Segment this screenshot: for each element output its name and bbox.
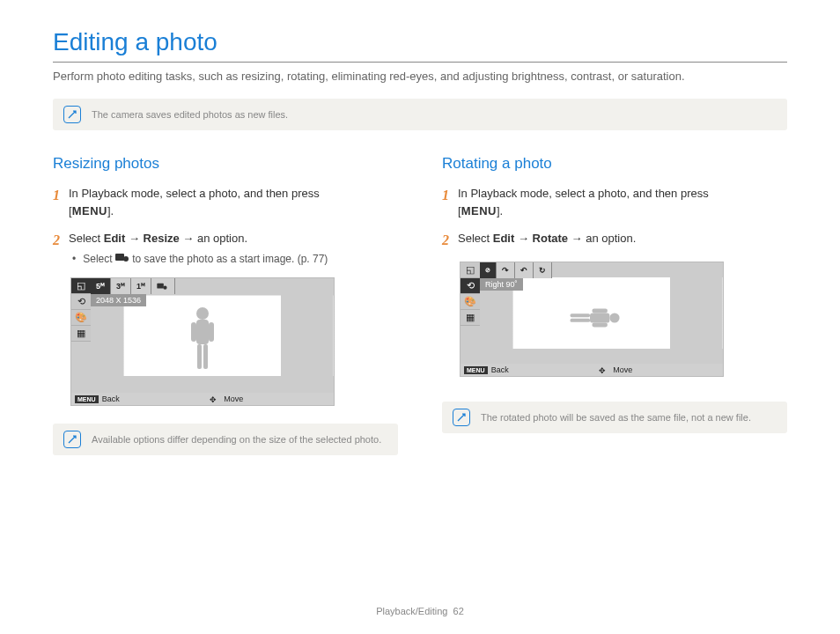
resolution-label: 2048 X 1536 — [91, 294, 146, 306]
step-number: 2 — [53, 230, 60, 267]
back-label: Back — [491, 365, 509, 374]
start-image-icon — [115, 251, 129, 267]
step-number: 1 — [53, 185, 60, 219]
svg-rect-11 — [590, 313, 609, 323]
opt-5m: 5ᴹ — [91, 278, 111, 294]
step-number: 1 — [442, 185, 449, 219]
resize-icon: ◱ — [461, 262, 480, 278]
title-rule — [53, 62, 787, 63]
right-step-2: 2 Select Edit → Rotate → an option. — [442, 230, 787, 251]
opt-180: ↻ — [534, 262, 552, 278]
side-icons: ◱ ⟲ 🎨 ▦ — [71, 278, 91, 342]
palette-icon: 🎨 — [461, 294, 480, 310]
left-bullet: • Select to save the photo as a start im… — [69, 251, 398, 268]
menu-tag: MENU — [464, 366, 488, 374]
back-label: Back — [102, 394, 120, 403]
left-column: Resizing photos 1 In Playback mode, sele… — [53, 155, 398, 480]
right-step-1: 1 In Playback mode, select a photo, and … — [442, 185, 787, 219]
rotate-icon: ⟲ — [71, 294, 91, 310]
resize-icon: ◱ — [71, 278, 91, 294]
rotating-heading: Rotating a photo — [442, 155, 787, 173]
left-step-1: 1 In Playback mode, select a photo, and … — [53, 185, 398, 219]
rotate-icon: ⟲ — [461, 278, 480, 294]
svg-rect-13 — [592, 323, 608, 328]
svg-rect-5 — [196, 320, 209, 344]
right-bottom-note: The rotated photo will be saved as the s… — [442, 402, 787, 433]
menu-tag: MENU — [75, 395, 99, 403]
note-icon — [453, 409, 470, 426]
size-options: 5ᴹ 3ᴹ 1ᴹ — [91, 278, 175, 294]
svg-rect-2 — [157, 284, 164, 289]
svg-point-10 — [609, 313, 619, 323]
top-note-text: The camera saves edited photos as new fi… — [92, 109, 288, 120]
svg-point-3 — [163, 286, 166, 290]
step-number: 2 — [442, 230, 449, 251]
resizing-heading: Resizing photos — [53, 155, 398, 173]
opt-3m: 3ᴹ — [111, 278, 131, 294]
page-title: Editing a photo — [53, 28, 787, 56]
screen-footer: MENU Back Move — [461, 364, 723, 376]
footer-page: 62 — [453, 606, 464, 616]
move-label: Move — [224, 394, 243, 403]
intro-text: Perform photo editing tasks, such as res… — [53, 70, 787, 83]
page-footer: Playback/Editing 62 — [0, 606, 840, 616]
opt-left90: ↶ — [515, 262, 534, 278]
palette-icon: 🎨 — [71, 310, 91, 326]
right-column: Rotating a photo 1 In Playback mode, sel… — [442, 155, 787, 480]
svg-rect-7 — [209, 322, 214, 342]
svg-rect-12 — [592, 309, 608, 313]
rotate-screen: ◱ ⟲ 🎨 ▦ ⊘ ↷ ↶ ↻ Right 90˚ — [460, 262, 724, 377]
left-step-2: 2 Select Edit → Resize → an option. • Se… — [53, 230, 398, 267]
rotate-label-text: Right 90˚ — [480, 278, 523, 291]
left-bottom-note-text: Available options differ depending on th… — [92, 434, 381, 445]
step1-text: In Playback mode, select a photo, and th… — [69, 187, 320, 200]
edit-label: Edit — [104, 232, 126, 245]
adjust-icon: ▦ — [71, 326, 91, 342]
svg-rect-9 — [203, 344, 208, 369]
menu-key: MENU — [461, 204, 497, 217]
resize-screen: ◱ ⟲ 🎨 ▦ 5ᴹ 3ᴹ 1ᴹ 2048 X 1536 — [70, 277, 335, 406]
svg-rect-6 — [191, 322, 196, 342]
svg-rect-14 — [571, 313, 590, 317]
svg-rect-15 — [571, 319, 590, 322]
side-icons: ◱ ⟲ 🎨 ▦ — [461, 262, 480, 326]
opt-off: ⊘ — [480, 262, 497, 278]
svg-point-4 — [196, 307, 209, 320]
opt-right90: ↷ — [497, 262, 515, 278]
footer-section: Playback/Editing — [376, 606, 447, 616]
edit-label: Edit — [493, 232, 515, 245]
note-icon — [63, 106, 81, 123]
svg-rect-8 — [197, 344, 202, 369]
left-bottom-note: Available options differ depending on th… — [53, 424, 398, 455]
top-note: The camera saves edited photos as new fi… — [53, 99, 787, 130]
svg-point-1 — [123, 256, 129, 262]
menu-key: MENU — [72, 204, 107, 217]
rotate-options: ⊘ ↷ ↶ ↻ — [480, 262, 552, 278]
adjust-icon: ▦ — [461, 310, 480, 326]
opt-1m: 1ᴹ — [131, 278, 151, 294]
nav-icon — [210, 395, 220, 402]
resize-label: Resize — [144, 232, 180, 245]
screen-footer: MENU Back Move — [71, 393, 334, 405]
right-bottom-note-text: The rotated photo will be saved as the s… — [481, 412, 751, 423]
silhouette-figure-rotated — [562, 300, 622, 335]
nav-icon — [599, 366, 609, 373]
rotate-label: Rotate — [533, 232, 568, 245]
note-icon — [63, 431, 81, 448]
opt-start-icon — [151, 278, 175, 294]
silhouette-figure — [181, 305, 225, 379]
svg-rect-0 — [115, 254, 124, 261]
move-label: Move — [613, 365, 632, 374]
